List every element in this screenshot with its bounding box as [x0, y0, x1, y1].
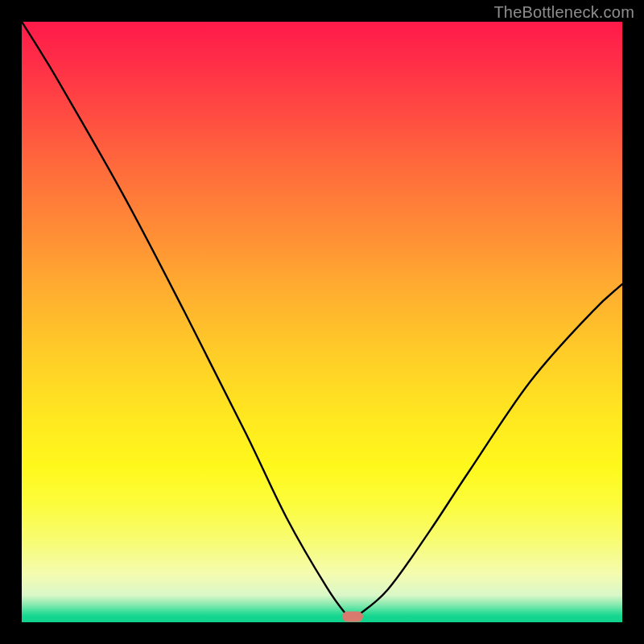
plot-area	[22, 22, 622, 622]
bottleneck-curve	[22, 22, 622, 622]
chart-frame: TheBottleneck.com	[0, 0, 644, 644]
watermark-text: TheBottleneck.com	[493, 3, 634, 22]
bottleneck-marker	[342, 611, 363, 621]
